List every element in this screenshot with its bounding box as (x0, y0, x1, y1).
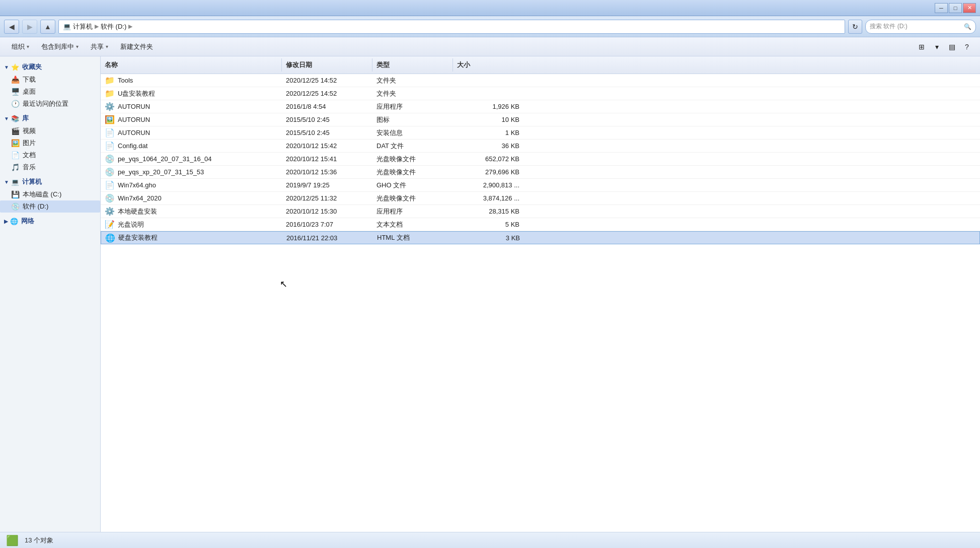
local-c-label: 本地磁盘 (C:) (23, 190, 61, 199)
computer-label: 计算机 (22, 177, 42, 186)
close-button[interactable]: ✕ (963, 3, 976, 13)
table-row[interactable]: ⚙️ AUTORUN 2016/1/8 4:54 应用程序 1,926 KB (101, 100, 980, 113)
table-row[interactable]: 🖼️ AUTORUN 2015/5/10 2:45 图标 10 KB (101, 113, 980, 126)
sidebar-item-video[interactable]: 🎬 视频 (0, 125, 100, 137)
favorites-star-icon: ⭐ (11, 63, 19, 71)
file-name-cell: 💿 pe_yqs_xp_20_07_31_15_53 (101, 166, 282, 178)
up-button[interactable]: ▲ (40, 20, 55, 34)
network-header[interactable]: ▶ 🌐 网络 (0, 215, 100, 228)
table-row[interactable]: 📝 光盘说明 2016/10/23 7:07 文本文档 5 KB (101, 218, 980, 231)
file-modified-cell: 2016/1/8 4:54 (282, 102, 372, 111)
table-row[interactable]: 📁 U盘安装教程 2020/12/25 14:52 文件夹 (101, 87, 980, 100)
desktop-label: 桌面 (23, 87, 36, 96)
sidebar-item-music[interactable]: 🎵 音乐 (0, 161, 100, 173)
preview-button[interactable]: ▤ (945, 40, 959, 54)
file-modified-cell: 2015/5/10 2:45 (282, 128, 372, 138)
table-row[interactable]: ⚙️ 本地硬盘安装 2020/10/12 15:30 应用程序 28,315 K… (101, 205, 980, 218)
favorites-section: ▼ ⭐ 收藏夹 📥 下载 🖥️ 桌面 🕐 最近访问的位置 (0, 60, 100, 110)
computer-header[interactable]: ▼ 💻 计算机 (0, 175, 100, 188)
favorites-header[interactable]: ▼ ⭐ 收藏夹 (0, 60, 100, 74)
file-size-cell: 5 KB (453, 220, 523, 229)
forward-button[interactable]: ▶ (22, 20, 37, 34)
breadcrumb-drive[interactable]: 软件 (D:) (101, 22, 126, 31)
file-size-cell: 36 KB (453, 141, 523, 151)
sidebar-item-desktop[interactable]: 🖥️ 桌面 (0, 86, 100, 98)
sidebar-item-image[interactable]: 🖼️ 图片 (0, 137, 100, 149)
file-size-cell: 652,072 KB (453, 154, 523, 164)
file-modified-cell: 2020/10/12 15:41 (282, 154, 372, 164)
view-button[interactable]: ⊞ (915, 40, 929, 54)
recent-label: 最近访问的位置 (23, 99, 68, 108)
share-button[interactable]: 共享 ▾ (85, 40, 114, 54)
table-row[interactable]: 📄 AUTORUN 2015/5/10 2:45 安装信息 1 KB (101, 126, 980, 140)
file-type-icon: 📁 (105, 89, 115, 98)
sidebar-item-document[interactable]: 📄 文档 (0, 149, 100, 161)
table-row[interactable]: 📄 Config.dat 2020/10/12 15:42 DAT 文件 36 … (101, 140, 980, 153)
file-name: Config.dat (118, 142, 147, 150)
file-size-cell (453, 93, 523, 95)
file-type-cell: 文件夹 (372, 88, 453, 99)
breadcrumb[interactable]: 💻 计算机 ▶ 软件 (D:) ▶ (58, 20, 845, 34)
file-name-cell: 🌐 硬盘安装教程 (101, 232, 282, 244)
breadcrumb-computer[interactable]: 计算机 (73, 22, 93, 31)
computer-icon: 💻 (63, 23, 71, 30)
search-bar[interactable]: 搜索 软件 (D:) 🔍 (865, 20, 976, 34)
sidebar: ▼ ⭐ 收藏夹 📥 下载 🖥️ 桌面 🕐 最近访问的位置 ▼ 📚 库 (0, 56, 101, 532)
file-type-icon: 📄 (105, 180, 115, 190)
file-type-cell: 光盘映像文件 (372, 154, 453, 165)
network-icon: 🌐 (10, 218, 18, 225)
sidebar-item-recent[interactable]: 🕐 最近访问的位置 (0, 98, 100, 110)
file-name: Tools (118, 77, 133, 84)
file-name-cell: 📁 Tools (101, 75, 282, 86)
file-type-icon: ⚙️ (105, 207, 115, 216)
new-folder-button[interactable]: 新建文件夹 (115, 40, 159, 54)
col-size[interactable]: 大小 (453, 58, 523, 72)
file-type-icon: 📄 (105, 141, 115, 151)
toolbar: 组织 ▾ 包含到库中 ▾ 共享 ▾ 新建文件夹 ⊞ ▾ ▤ ? (0, 37, 980, 56)
sidebar-item-software-d[interactable]: 💿 软件 (D:) (0, 200, 100, 213)
file-type-cell: 光盘映像文件 (372, 167, 453, 178)
document-label: 文档 (23, 151, 36, 160)
refresh-button[interactable]: ↻ (848, 20, 862, 34)
include-button[interactable]: 包含到库中 ▾ (36, 40, 84, 54)
network-section: ▶ 🌐 网络 (0, 215, 100, 228)
include-label: 包含到库中 (41, 42, 74, 51)
col-type[interactable]: 类型 (372, 58, 453, 72)
sidebar-item-local-c[interactable]: 💾 本地磁盘 (C:) (0, 188, 100, 200)
help-button[interactable]: ? (960, 40, 974, 54)
new-folder-label: 新建文件夹 (120, 42, 153, 51)
file-name: AUTORUN (118, 103, 150, 110)
breadcrumb-sep-1: ▶ (95, 23, 99, 30)
file-size-cell: 2,900,813 ... (453, 180, 523, 190)
search-icon[interactable]: 🔍 (964, 23, 971, 30)
file-type-cell: GHO 文件 (372, 180, 453, 191)
file-type-cell: 应用程序 (372, 206, 453, 217)
file-size-cell: 279,696 KB (453, 167, 523, 177)
file-size-cell: 3 KB (454, 233, 524, 243)
minimize-button[interactable]: ─ (935, 3, 948, 13)
share-dropdown-arrow: ▾ (106, 44, 108, 49)
organize-button[interactable]: 组织 ▾ (6, 40, 35, 54)
sidebar-item-download[interactable]: 📥 下载 (0, 74, 100, 86)
library-header[interactable]: ▼ 📚 库 (0, 112, 100, 125)
table-row[interactable]: 🌐 硬盘安装教程 2016/11/21 22:03 HTML 文档 3 KB (101, 231, 980, 244)
col-name[interactable]: 名称 (101, 58, 282, 72)
table-row[interactable]: 📄 Win7x64.gho 2019/9/7 19:25 GHO 文件 2,90… (101, 179, 980, 192)
view-dropdown-button[interactable]: ▾ (930, 40, 944, 54)
file-name: pe_yqs_1064_20_07_31_16_04 (118, 155, 212, 163)
network-arrow: ▶ (4, 219, 8, 224)
software-d-label: 软件 (D:) (23, 202, 48, 211)
table-row[interactable]: 💿 Win7x64_2020 2020/12/25 11:32 光盘映像文件 3… (101, 192, 980, 205)
table-row[interactable]: 💿 pe_yqs_xp_20_07_31_15_53 2020/10/12 15… (101, 166, 980, 179)
maximize-button[interactable]: □ (949, 3, 962, 13)
table-row[interactable]: 💿 pe_yqs_1064_20_07_31_16_04 2020/10/12 … (101, 153, 980, 166)
file-type-cell: DAT 文件 (372, 141, 453, 152)
column-header: 名称 修改日期 类型 大小 (101, 56, 980, 74)
table-row[interactable]: 📁 Tools 2020/12/25 14:52 文件夹 (101, 74, 980, 87)
file-modified-cell: 2020/10/12 15:30 (282, 207, 372, 216)
col-modified[interactable]: 修改日期 (282, 58, 372, 72)
file-size-cell: 3,874,126 ... (453, 193, 523, 203)
back-button[interactable]: ◀ (4, 20, 19, 34)
address-bar: ◀ ▶ ▲ 💻 计算机 ▶ 软件 (D:) ▶ ↻ 搜索 软件 (D:) 🔍 (0, 16, 980, 37)
file-modified-cell: 2019/9/7 19:25 (282, 180, 372, 190)
